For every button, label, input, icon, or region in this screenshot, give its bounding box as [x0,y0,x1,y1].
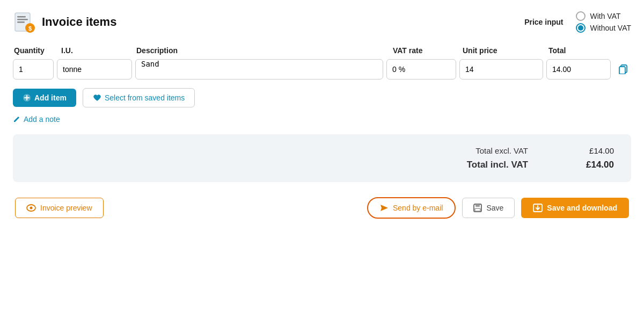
add-item-button[interactable]: Add item [13,89,76,107]
eye-icon [26,204,36,212]
plus-icon [23,93,31,102]
saved-items-button[interactable]: Select from saved items [83,88,195,107]
quantity-input[interactable] [13,59,54,80]
totals-box: Total excl. VAT £14.00 Total incl. VAT £… [13,134,631,182]
save-button[interactable]: Save [462,198,515,218]
vat-rate-input-wrap [386,59,456,80]
total-excl-row: Total excl. VAT £14.00 [30,146,614,155]
total-excl-value: £14.00 [571,146,614,155]
radio-with-vat-circle [576,11,586,21]
col-header-iu: I.U. [57,46,132,55]
save-icon [473,204,482,212]
send-email-button[interactable]: Send by e-mail [367,197,456,219]
heart-icon [93,93,101,102]
unit-input-wrap [57,59,132,80]
saved-items-label: Select from saved items [105,93,185,102]
description-input[interactable] [135,59,383,80]
svg-rect-3 [17,21,25,23]
svg-marker-11 [380,205,388,211]
save-download-icon [533,204,543,212]
radio-with-vat[interactable]: With VAT [576,11,631,21]
copy-row-button[interactable] [615,61,631,77]
price-input-label: Price input [524,18,563,26]
col-header-total: Total [544,46,614,55]
invoice-preview-label: Invoice preview [40,204,92,212]
actions-row: Add item Select from saved items [13,88,631,107]
radio-without-vat-label: Without VAT [590,24,631,32]
total-incl-label: Total incl. VAT [467,160,528,170]
add-item-label: Add item [34,93,67,102]
unit-price-input[interactable] [459,59,543,80]
add-note-link[interactable]: Add a note [13,115,631,124]
footer-bar: Invoice preview Send by e-mail Save [13,197,631,219]
unit-input[interactable] [57,65,132,74]
col-header-description: Description [132,46,389,55]
vat-rate-input[interactable] [387,65,456,74]
svg-text:$: $ [28,25,32,32]
total-incl-row: Total incl. VAT £14.00 [30,160,614,170]
item-row [13,59,631,80]
svg-rect-13 [475,204,480,207]
pencil-icon [13,115,20,123]
vat-radio-group: With VAT Without VAT [576,11,631,33]
total-excl-label: Total excl. VAT [475,146,528,155]
svg-rect-1 [17,16,26,18]
svg-rect-7 [619,67,625,74]
save-download-button[interactable]: Save and download [521,198,629,218]
svg-point-10 [30,207,33,210]
total-input[interactable] [546,59,611,80]
radio-with-vat-label: With VAT [590,12,620,20]
svg-rect-14 [475,208,480,211]
add-note-label: Add a note [24,115,60,124]
radio-without-vat[interactable]: Without VAT [576,23,631,33]
page-header: $ Invoice items Price input With VAT Wit… [13,11,631,33]
radio-without-vat-circle [576,23,586,33]
send-email-label: Send by e-mail [393,204,443,212]
col-header-quantity: Quantity [14,46,57,55]
col-header-vat-rate: VAT rate [389,46,458,55]
total-incl-value: £14.00 [571,160,614,170]
svg-rect-2 [17,19,28,20]
invoice-preview-button[interactable]: Invoice preview [15,198,104,218]
send-icon [380,204,389,212]
copy-icon [618,64,628,74]
save-label: Save [486,204,503,212]
save-download-label: Save and download [547,204,617,212]
invoice-icon: $ [13,11,35,33]
title-area: $ Invoice items [13,11,116,33]
column-headers: Quantity I.U. Description VAT rate Unit … [13,46,631,55]
col-header-unit-price: Unit price [458,46,544,55]
price-input-area: Price input With VAT Without VAT [524,11,631,33]
footer-right-buttons: Send by e-mail Save Save and download [367,197,629,219]
page-title: Invoice items [42,15,116,29]
